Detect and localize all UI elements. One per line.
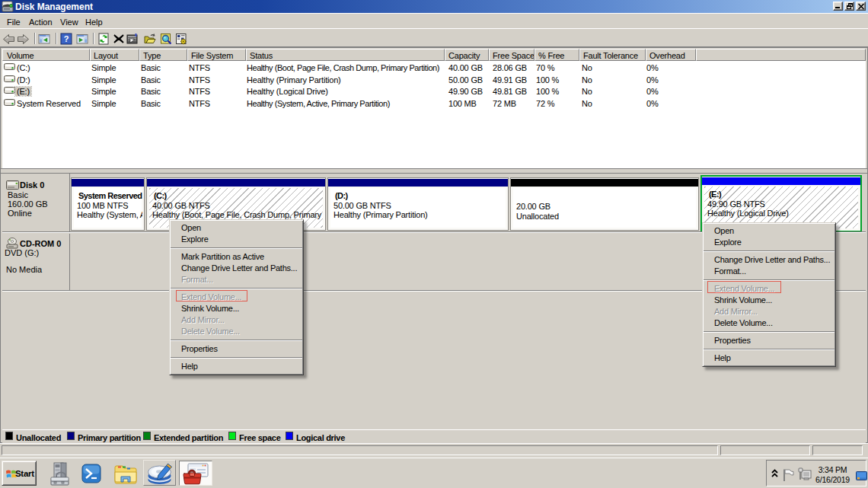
svg-text:?: ? <box>64 34 69 43</box>
